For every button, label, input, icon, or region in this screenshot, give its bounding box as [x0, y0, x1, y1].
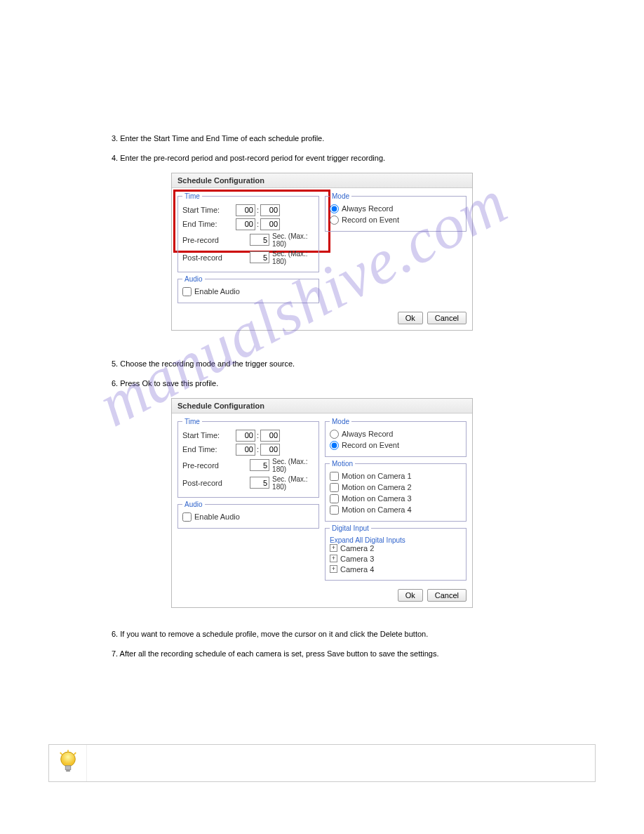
- page: 3. Enter the Start Time and End Time of …: [0, 0, 644, 810]
- digital-input-fieldset: Digital Input Expand All Digital Inputs …: [325, 524, 467, 581]
- end-min-input[interactable]: [260, 444, 280, 456]
- end-hour-input[interactable]: [236, 444, 255, 456]
- time-colon: :: [257, 431, 259, 439]
- mode-legend: Mode: [330, 418, 351, 425]
- time-colon: :: [257, 445, 259, 454]
- motion-cam3-label: Motion on Camera 3: [342, 494, 412, 503]
- dialog-title: Schedule Configuration: [172, 173, 472, 188]
- time-legend: Time: [182, 418, 202, 425]
- pre-record-input[interactable]: [250, 234, 269, 246]
- start-min-input[interactable]: [260, 204, 280, 216]
- start-hour-input[interactable]: [236, 204, 255, 216]
- digital-cam2-label: Camera 2: [340, 544, 374, 552]
- tip-box: [48, 744, 596, 782]
- step-4-text: 4. Enter the pre-record period and post-…: [112, 153, 532, 164]
- motion-cam2-checkbox[interactable]: [330, 483, 339, 492]
- digital-cam4-label: Camera 4: [340, 565, 374, 574]
- motion-cam4-checkbox[interactable]: [330, 505, 339, 515]
- step-6b-text: 6. If you want to remove a schedule prof…: [112, 629, 532, 640]
- end-hour-input[interactable]: [236, 218, 255, 230]
- audio-legend: Audio: [182, 275, 205, 283]
- step-7-text: 7. After all the recording schedule of e…: [112, 649, 532, 660]
- record-on-event-radio[interactable]: [330, 441, 339, 450]
- time-colon: :: [257, 206, 259, 214]
- post-suffix: Sec. (Max.: 180): [272, 250, 314, 265]
- enable-audio-checkbox[interactable]: [182, 287, 192, 296]
- step-6a-text: 6. Press Ok to save this profile.: [112, 378, 532, 390]
- record-on-event-radio[interactable]: [330, 216, 339, 225]
- start-min-input[interactable]: [260, 430, 280, 442]
- start-time-label: Start Time:: [182, 431, 236, 439]
- motion-cam4-label: Motion on Camera 4: [342, 505, 412, 514]
- expand-icon[interactable]: +: [330, 555, 337, 562]
- ok-button[interactable]: Ok: [398, 312, 423, 324]
- step-5-text: 5. Choose the recording mode and the tri…: [112, 359, 532, 370]
- post-record-label: Post-record: [182, 479, 226, 487]
- mode-legend: Mode: [330, 192, 351, 200]
- ok-button[interactable]: Ok: [398, 589, 423, 602]
- enable-audio-label: Enable Audio: [194, 512, 240, 521]
- time-fieldset: Time Start Time: : End Time: :: [177, 192, 319, 272]
- motion-cam1-checkbox[interactable]: [330, 472, 339, 481]
- enable-audio-label: Enable Audio: [194, 287, 240, 296]
- post-record-input[interactable]: [250, 251, 269, 263]
- dialog-title: Schedule Configuration: [172, 399, 472, 413]
- time-fieldset: Time Start Time: : End Time: :: [177, 418, 319, 498]
- mode-fieldset: Mode Always Record Record on Event: [325, 192, 467, 232]
- audio-fieldset: Audio Enable Audio: [177, 501, 319, 529]
- always-record-radio[interactable]: [330, 204, 339, 213]
- pre-record-label: Pre-record: [182, 236, 226, 244]
- pre-suffix: Sec. (Max.: 180): [272, 232, 314, 248]
- motion-cam3-checkbox[interactable]: [330, 494, 339, 503]
- audio-fieldset: Audio Enable Audio: [177, 275, 319, 303]
- record-on-event-label: Record on Event: [342, 216, 399, 224]
- post-record-label: Post-record: [182, 253, 226, 262]
- always-record-label: Always Record: [342, 204, 393, 213]
- enable-audio-checkbox[interactable]: [182, 512, 192, 522]
- end-min-input[interactable]: [260, 218, 280, 230]
- svg-rect-1: [65, 765, 71, 769]
- pre-record-label: Pre-record: [182, 461, 226, 470]
- end-time-label: End Time:: [182, 445, 236, 454]
- time-colon: :: [257, 220, 259, 228]
- pre-suffix: Sec. (Max.: 180): [272, 458, 314, 473]
- post-suffix: Sec. (Max.: 180): [272, 475, 314, 491]
- mode-fieldset: Mode Always Record Record on Event: [325, 418, 467, 457]
- start-time-label: Start Time:: [182, 206, 236, 214]
- motion-legend: Motion: [330, 460, 355, 468]
- schedule-config-dialog-1: Schedule Configuration Time Start Time: …: [171, 173, 473, 331]
- cancel-button[interactable]: Cancel: [427, 589, 467, 602]
- digital-cam3-label: Camera 3: [340, 555, 374, 563]
- svg-point-0: [60, 752, 75, 767]
- svg-rect-2: [66, 769, 70, 772]
- motion-fieldset: Motion Motion on Camera 1 Motion on Came…: [325, 460, 467, 522]
- expand-icon[interactable]: +: [330, 565, 337, 573]
- end-time-label: End Time:: [182, 220, 236, 228]
- audio-legend: Audio: [182, 501, 205, 508]
- motion-cam2-label: Motion on Camera 2: [342, 483, 412, 491]
- digital-legend: Digital Input: [330, 524, 371, 532]
- start-hour-input[interactable]: [236, 430, 255, 442]
- expand-icon[interactable]: +: [330, 544, 337, 552]
- lightbulb-icon: [49, 745, 87, 781]
- schedule-config-dialog-2: Schedule Configuration Time Start Time: …: [171, 398, 473, 608]
- cancel-button[interactable]: Cancel: [427, 312, 467, 324]
- always-record-label: Always Record: [342, 430, 393, 438]
- post-record-input[interactable]: [250, 477, 269, 489]
- expand-all-link[interactable]: Expand All Digital Inputs: [330, 536, 462, 544]
- svg-line-4: [60, 753, 62, 755]
- svg-line-5: [74, 753, 76, 755]
- always-record-radio[interactable]: [330, 430, 339, 439]
- pre-record-input[interactable]: [250, 459, 269, 471]
- time-legend: Time: [182, 192, 202, 200]
- record-on-event-label: Record on Event: [342, 441, 399, 449]
- motion-cam1-label: Motion on Camera 1: [342, 472, 412, 480]
- step-3-text: 3. Enter the Start Time and End Time of …: [112, 133, 532, 145]
